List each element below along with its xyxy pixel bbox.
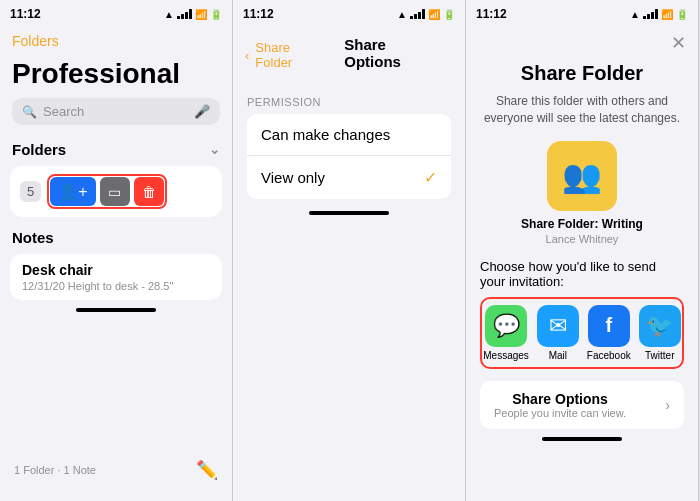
- invite-label: Choose how you'd like to send your invit…: [480, 259, 684, 289]
- wifi-icon-3: 📶: [661, 9, 673, 20]
- folder-summary: 1 Folder · 1 Note: [14, 464, 96, 476]
- option-can-make-changes[interactable]: Can make changes: [247, 114, 451, 156]
- app-item-facebook[interactable]: f Facebook: [587, 305, 631, 361]
- battery-icon-2: 🔋: [443, 9, 455, 20]
- battery-icon-1: 🔋: [210, 9, 222, 20]
- share-folder-title: Share Folder: [480, 62, 684, 85]
- compose-icon[interactable]: ✏️: [196, 459, 218, 481]
- messages-glyph: 💬: [493, 313, 520, 339]
- status-icons-1: ▲ 📶 🔋: [164, 9, 222, 20]
- trash-icon: 🗑: [142, 184, 156, 200]
- time-2: 11:12: [243, 7, 274, 21]
- checkmark-icon: ✓: [424, 168, 437, 187]
- folder-row: 5 👤+ ▭ 🗑: [10, 166, 222, 217]
- home-indicator-1: [76, 308, 156, 312]
- messages-label: Messages: [483, 350, 529, 361]
- search-bar-1[interactable]: 🔍 Search 🎤: [12, 98, 220, 125]
- search-icon-1: 🔍: [22, 105, 37, 119]
- screen-1: 11:12 ▲ 📶 🔋 Folders Professional 🔍 Searc…: [0, 0, 233, 501]
- share-options-subtitle: People you invite can view.: [494, 407, 626, 419]
- note-meta: 12/31/20 Height to desk - 28.5": [22, 280, 210, 292]
- mail-icon: ✉: [537, 305, 579, 347]
- option-list: Can make changes View only ✓: [247, 114, 451, 199]
- signal-bars-1: [177, 9, 192, 19]
- location-icon-3: ▲: [630, 9, 640, 20]
- edit-icon: ▭: [108, 184, 121, 200]
- folder-actions: 👤+ ▭ 🗑: [47, 174, 166, 209]
- status-bar-2: 11:12 ▲ 📶 🔋: [233, 0, 465, 28]
- status-icons-3: ▲ 📶 🔋: [630, 9, 688, 20]
- wifi-icon-1: 📶: [195, 9, 207, 20]
- chevron-left-icon-2: ‹: [245, 48, 249, 63]
- notes-label: Notes: [12, 229, 54, 246]
- twitter-icon: 🐦: [639, 305, 681, 347]
- messages-icon: 💬: [485, 305, 527, 347]
- s3-nav: ✕: [466, 28, 698, 62]
- close-button[interactable]: ✕: [671, 32, 686, 54]
- signal-bars-2: [410, 9, 425, 19]
- home-indicator-2: [309, 211, 389, 215]
- share-button[interactable]: 👤+: [50, 177, 95, 206]
- share-folder-desc: Share this folder with others and everyo…: [480, 93, 684, 127]
- app-item-twitter[interactable]: 🐦 Twitter: [639, 305, 681, 361]
- share-options-title: Share Options: [494, 391, 626, 407]
- share-options-chevron: ›: [665, 397, 670, 413]
- s1-footer: 1 Folder · 1 Note ✏️: [0, 459, 232, 481]
- status-bar-3: 11:12 ▲ 📶 🔋: [466, 0, 698, 28]
- twitter-label: Twitter: [645, 350, 674, 361]
- location-icon-2: ▲: [397, 9, 407, 20]
- folder-icon-wrap: 👥: [547, 141, 617, 211]
- note-item[interactable]: Desk chair 12/31/20 Height to desk - 28.…: [10, 254, 222, 300]
- s3-content: Share Folder Share this folder with othe…: [466, 62, 698, 429]
- notes-section-header: Notes: [0, 221, 232, 250]
- page-title-1: Professional: [0, 56, 232, 98]
- mail-glyph: ✉: [549, 313, 567, 339]
- time-1: 11:12: [10, 7, 41, 21]
- screen-2: 11:12 ▲ 📶 🔋 ‹ Share Folder Share Options…: [233, 0, 466, 501]
- folder-icon-label: Share Folder: Writing: [480, 217, 684, 231]
- nav-title-2: Share Options: [332, 32, 453, 78]
- facebook-icon: f: [588, 305, 630, 347]
- wifi-icon-2: 📶: [428, 9, 440, 20]
- s2-nav: ‹ Share Folder Share Options: [233, 28, 465, 86]
- permission-section: PERMISSION Can make changes View only ✓: [233, 86, 465, 203]
- search-placeholder-1: Search: [43, 104, 84, 119]
- time-3: 11:12: [476, 7, 507, 21]
- signal-bars-3: [643, 9, 658, 19]
- app-item-mail[interactable]: ✉ Mail: [537, 305, 579, 361]
- share-options-row[interactable]: Share Options People you invite can view…: [480, 381, 684, 429]
- status-bar-1: 11:12 ▲ 📶 🔋: [0, 0, 232, 28]
- folders-label: Folders: [12, 141, 66, 158]
- delete-button[interactable]: 🗑: [134, 177, 164, 206]
- back-folders-link[interactable]: Folders: [12, 33, 59, 49]
- app-icons-row: 💬 Messages ✉ Mail f Facebook 🐦: [480, 297, 684, 369]
- permission-label: PERMISSION: [247, 96, 451, 108]
- folder-people-icon: 👥: [562, 157, 602, 195]
- mic-icon-1: 🎤: [194, 104, 210, 119]
- chevron-down-icon[interactable]: ⌄: [209, 142, 220, 157]
- app-item-messages[interactable]: 💬 Messages: [483, 305, 529, 361]
- twitter-glyph: 🐦: [646, 313, 673, 339]
- battery-icon-3: 🔋: [676, 9, 688, 20]
- screen-3: 11:12 ▲ 📶 🔋 ✕ Share Folder Share this fo…: [466, 0, 699, 501]
- share-folder-back[interactable]: Share Folder: [255, 40, 326, 70]
- status-icons-2: ▲ 📶 🔋: [397, 9, 455, 20]
- home-indicator-3: [542, 437, 622, 441]
- facebook-glyph: f: [605, 314, 612, 337]
- option-view-only[interactable]: View only ✓: [247, 156, 451, 199]
- option-label-0: Can make changes: [261, 126, 390, 143]
- mail-label: Mail: [549, 350, 567, 361]
- share-person-icon: 👤+: [58, 182, 87, 201]
- s1-nav: Folders: [0, 28, 232, 56]
- share-options-text: Share Options People you invite can view…: [494, 391, 626, 419]
- facebook-label: Facebook: [587, 350, 631, 361]
- folder-count: 5: [20, 181, 41, 202]
- note-title: Desk chair: [22, 262, 210, 278]
- folders-section-header: Folders ⌄: [0, 137, 232, 162]
- location-icon-1: ▲: [164, 9, 174, 20]
- edit-button[interactable]: ▭: [100, 177, 130, 206]
- option-label-1: View only: [261, 169, 325, 186]
- folder-icon-sub: Lance Whitney: [480, 233, 684, 245]
